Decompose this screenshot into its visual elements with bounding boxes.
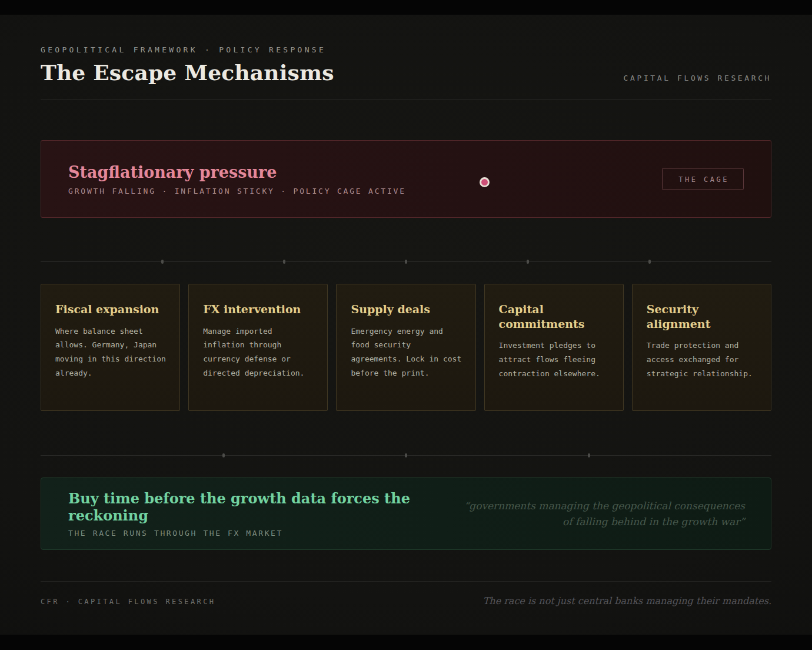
pressure-subtitle: GROWTH FALLING · INFLATION STICKY · POLI… <box>68 187 406 195</box>
connector-dot <box>222 453 225 457</box>
mechanism-cards-row: Fiscal expansion Where balance sheet all… <box>41 284 771 411</box>
card-title: FX intervention <box>203 302 314 317</box>
card-body: Manage imported inflation through curren… <box>203 324 314 380</box>
footer-row: CFR · CAPITAL FLOWS RESEARCH The race is… <box>41 595 771 606</box>
card-body: Trade protection and access exchanged fo… <box>647 339 757 380</box>
eyebrow-label: GEOPOLITICAL FRAMEWORK · POLICY RESPONSE <box>41 45 771 54</box>
outcome-panel: Buy time before the growth data forces t… <box>41 477 771 550</box>
outcome-subtitle: THE RACE RUNS THROUGH THE FX MARKET <box>68 529 459 538</box>
card-title: Capital commitments <box>499 302 610 331</box>
connector-dot <box>648 260 651 264</box>
connector-dot <box>588 453 590 457</box>
connector-dot <box>527 260 529 264</box>
cursor-dot <box>480 177 490 187</box>
card-supply-deals: Supply deals Emergency energy and food s… <box>336 284 475 411</box>
pressure-title: Stagflationary pressure <box>68 163 406 181</box>
page-title: The Escape Mechanisms <box>41 60 334 85</box>
connector-dot <box>161 260 164 264</box>
card-fiscal-expansion: Fiscal expansion Where balance sheet all… <box>41 284 180 411</box>
card-title: Supply deals <box>351 302 461 317</box>
card-title: Fiscal expansion <box>55 302 166 317</box>
card-capital-commitments: Capital commitments Investment pledges t… <box>484 284 624 411</box>
header-row: The Escape Mechanisms CAPITAL FLOWS RESE… <box>41 60 771 85</box>
outcome-title: Buy time before the growth data forces t… <box>68 490 459 524</box>
outcome-text-block: Buy time before the growth data forces t… <box>68 490 459 538</box>
page-frame: GEOPOLITICAL FRAMEWORK · POLICY RESPONSE… <box>0 15 812 635</box>
the-cage-button[interactable]: THE CAGE <box>662 168 744 190</box>
card-security-alignment: Security alignment Trade protection and … <box>632 284 771 411</box>
footer-tagline: The race is not just central banks manag… <box>483 595 771 606</box>
footer-divider <box>41 581 771 582</box>
footer-brand: CFR · CAPITAL FLOWS RESEARCH <box>41 598 216 606</box>
pressure-panel: Stagflationary pressure GROWTH FALLING ·… <box>41 140 771 218</box>
org-label: CAPITAL FLOWS RESEARCH <box>624 74 771 85</box>
content-container: GEOPOLITICAL FRAMEWORK · POLICY RESPONSE… <box>0 15 812 606</box>
outcome-quote: “governments managing the geopolitical c… <box>459 498 745 529</box>
pressure-text-block: Stagflationary pressure GROWTH FALLING ·… <box>41 163 406 195</box>
card-body: Investment pledges to attract flows flee… <box>499 339 610 380</box>
card-body: Where balance sheet allows. Germany, Jap… <box>55 324 166 380</box>
connector-bottom <box>41 453 771 457</box>
connector-dot <box>283 260 285 264</box>
connector-dot <box>405 260 407 264</box>
connector-top <box>41 260 771 264</box>
header-divider <box>41 99 771 100</box>
card-fx-intervention: FX intervention Manage imported inflatio… <box>188 284 328 411</box>
card-body: Emergency energy and food security agree… <box>351 324 461 380</box>
connector-dot <box>405 453 407 457</box>
card-title: Security alignment <box>647 302 757 331</box>
